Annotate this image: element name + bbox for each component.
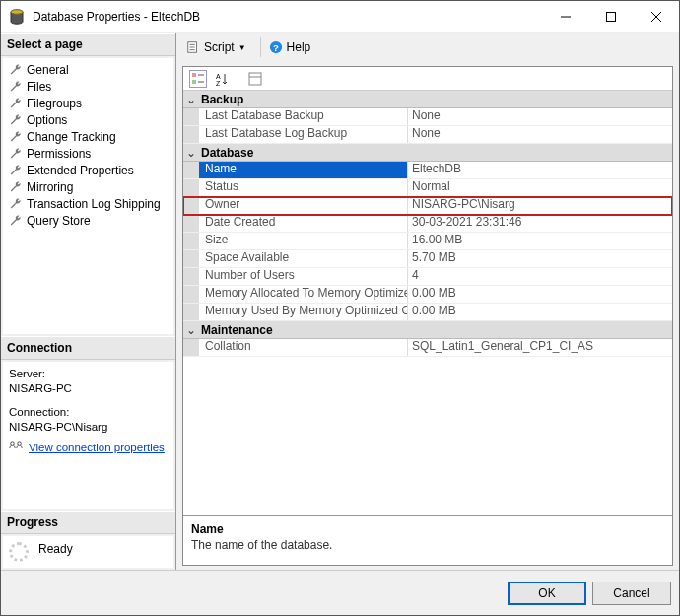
property-row[interactable]: Date Created30-03-2021 23:31:46 (183, 215, 672, 233)
page-item-label: Mirroring (27, 180, 73, 194)
svg-text:?: ? (273, 42, 279, 53)
page-item-label: Query Store (27, 214, 91, 228)
property-value: Normal (408, 179, 672, 196)
alphabetical-button[interactable]: AZ (213, 70, 231, 88)
page-item-label: Change Tracking (27, 130, 116, 144)
page-item-permissions[interactable]: Permissions (6, 145, 170, 162)
wrench-icon (9, 197, 23, 211)
maximize-button[interactable] (588, 1, 634, 33)
page-item-change-tracking[interactable]: Change Tracking (6, 128, 170, 145)
property-row[interactable]: CollationSQL_Latin1_General_CP1_CI_AS (183, 339, 672, 357)
wrench-icon (9, 63, 23, 77)
svg-rect-14 (192, 73, 196, 77)
toolbar: Script ▼ ? Help (176, 33, 679, 62)
property-pages-button[interactable] (246, 70, 264, 88)
property-toolbar: AZ (183, 67, 672, 91)
wrench-icon (9, 97, 23, 110)
category-label: Database (199, 146, 253, 160)
property-name: Last Database Backup (199, 108, 408, 125)
property-row[interactable]: Number of Users4 (183, 268, 672, 286)
wrench-icon (9, 180, 23, 194)
page-item-general[interactable]: General (6, 61, 170, 78)
progress-spinner-icon (9, 542, 29, 562)
property-grid[interactable]: ⌄BackupLast Database BackupNoneLast Data… (183, 91, 672, 515)
property-name: Last Database Log Backup (199, 126, 408, 143)
connection-icon (9, 441, 23, 454)
wrench-icon (9, 130, 23, 144)
svg-rect-15 (192, 80, 196, 84)
page-item-files[interactable]: Files (6, 78, 170, 95)
category-maintenance[interactable]: ⌄Maintenance (183, 321, 672, 339)
database-icon (9, 9, 25, 25)
page-item-query-store[interactable]: Query Store (6, 212, 170, 229)
property-row[interactable]: Space Available5.70 MB (183, 250, 672, 268)
help-icon: ? (269, 40, 283, 54)
property-name: Memory Used By Memory Optimized Objects (199, 304, 408, 320)
close-button[interactable] (634, 1, 679, 33)
wrench-icon (9, 214, 23, 228)
minimize-button[interactable] (543, 1, 588, 33)
svg-rect-20 (249, 73, 261, 85)
property-value: EltechDB (408, 162, 672, 178)
property-name: Owner (199, 197, 408, 214)
property-name: Date Created (199, 215, 408, 232)
category-backup[interactable]: ⌄Backup (183, 91, 672, 108)
page-item-label: General (27, 63, 69, 77)
svg-text:Z: Z (216, 80, 221, 86)
svg-point-6 (11, 442, 15, 445)
property-value: None (408, 108, 672, 125)
window-title: Database Properties - EltechDB (33, 10, 543, 24)
wrench-icon (9, 164, 23, 177)
ok-button[interactable]: OK (508, 582, 586, 605)
page-item-extended-properties[interactable]: Extended Properties (6, 162, 170, 178)
property-grid-area: AZ ⌄BackupLast Database BackupNoneLast D… (182, 66, 673, 566)
dialog-footer: OK Cancel (1, 570, 679, 615)
page-item-label: Files (27, 80, 51, 94)
connection-value: NISARG-PC\Nisarg (9, 421, 168, 433)
titlebar: Database Properties - EltechDB (1, 1, 679, 33)
property-value: SQL_Latin1_General_CP1_CI_AS (408, 339, 672, 356)
property-name: Number of Users (199, 268, 408, 285)
property-row[interactable]: Last Database BackupNone (183, 108, 672, 126)
script-button[interactable]: Script ▼ (182, 38, 250, 56)
svg-point-7 (18, 442, 22, 445)
help-button[interactable]: ? Help (265, 38, 315, 56)
property-row[interactable]: Memory Used By Memory Optimized Objects0… (183, 304, 672, 321)
page-item-filegroups[interactable]: Filegroups (6, 95, 170, 111)
page-item-label: Permissions (27, 147, 91, 161)
property-row[interactable]: StatusNormal (183, 179, 672, 197)
caret-icon: ⌄ (183, 323, 199, 337)
page-list: GeneralFilesFilegroupsOptionsChange Trac… (3, 58, 173, 334)
property-name: Collation (199, 339, 408, 356)
left-panel: Select a page GeneralFilesFilegroupsOpti… (1, 33, 176, 570)
property-value: 0.00 MB (408, 304, 672, 320)
property-row[interactable]: Last Database Log BackupNone (183, 126, 672, 144)
wrench-icon (9, 147, 23, 161)
page-item-transaction-log-shipping[interactable]: Transaction Log Shipping (6, 195, 170, 212)
property-row[interactable]: OwnerNISARG-PC\Nisarg (183, 197, 672, 215)
property-row[interactable]: NameEltechDB (183, 162, 672, 179)
svg-rect-3 (607, 12, 616, 21)
toolbar-divider (260, 37, 261, 57)
cancel-button[interactable]: Cancel (592, 582, 671, 605)
chevron-down-icon: ▼ (238, 43, 246, 52)
property-value: 4 (408, 268, 672, 285)
page-item-label: Transaction Log Shipping (27, 197, 161, 211)
view-connection-properties-link[interactable]: View connection properties (29, 442, 165, 453)
property-description: Name The name of the database. (183, 515, 672, 565)
page-item-label: Filegroups (27, 97, 82, 110)
property-value: 0.00 MB (408, 286, 672, 303)
page-item-options[interactable]: Options (6, 111, 170, 128)
page-item-mirroring[interactable]: Mirroring (6, 178, 170, 195)
categorized-button[interactable] (189, 70, 207, 88)
property-row[interactable]: Size16.00 MB (183, 233, 672, 250)
connection-box: Server: NISARG-PC Connection: NISARG-PC\… (3, 362, 173, 509)
category-database[interactable]: ⌄Database (183, 144, 672, 162)
script-label: Script (204, 40, 235, 54)
property-value: 16.00 MB (408, 233, 672, 249)
property-desc-name: Name (191, 522, 664, 536)
page-item-label: Options (27, 113, 67, 127)
property-row[interactable]: Memory Allocated To Memory Optimized Obj… (183, 286, 672, 304)
category-label: Backup (199, 93, 243, 106)
caret-icon: ⌄ (183, 93, 199, 106)
